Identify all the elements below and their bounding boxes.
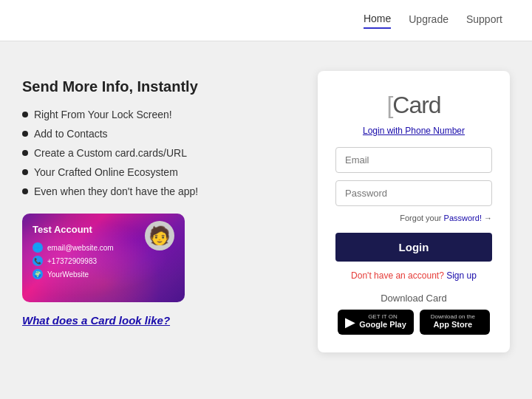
google-play-button[interactable]: ▶ GET IT ON Google Play — [338, 310, 414, 335]
forgot-password-section: Forgot your Password! → — [335, 214, 492, 222]
main-heading: Send More Info, Instantly — [22, 78, 296, 95]
google-play-icon: ▶ — [345, 314, 355, 330]
nav-upgrade[interactable]: Upgrade — [409, 13, 449, 28]
card-email: 🌐 email@website.com — [33, 242, 174, 253]
app-store-button[interactable]: Download on the App Store — [420, 310, 490, 335]
list-item: Even when they don't have the app! — [22, 185, 296, 197]
globe-icon: 🌍 — [33, 269, 43, 279]
list-item: Add to Contacts — [22, 128, 296, 140]
google-play-name: Google Play — [359, 320, 406, 330]
forgot-password-link[interactable]: Password! — [444, 214, 482, 222]
card-logo: [Card — [335, 92, 492, 119]
list-item: Right From Your Lock Screen! — [22, 109, 296, 120]
forgot-arrow: → — [484, 214, 492, 222]
what-card-link[interactable]: What does a Card look like? — [22, 314, 170, 327]
nav-home[interactable]: Home — [364, 13, 391, 29]
google-play-sub: GET IT ON — [359, 314, 406, 320]
email-input[interactable] — [335, 147, 492, 173]
forgot-prefix: Forgot your — [400, 214, 443, 222]
features-list: Right From Your Lock Screen! Add to Cont… — [22, 109, 296, 197]
main-content: Send More Info, Instantly Right From You… — [0, 41, 532, 375]
left-panel: Send More Info, Instantly Right From You… — [22, 71, 296, 352]
bullet-icon — [22, 188, 28, 194]
app-store-sub: Download on the — [431, 314, 475, 320]
password-input[interactable] — [335, 180, 492, 206]
card-info: 🌐 email@website.com 📞 +17372909983 🌍 You… — [33, 242, 174, 279]
phone-login-section: Login with Phone Number — [335, 123, 492, 137]
card-website: 🌍 YourWebsite — [33, 269, 174, 279]
nav: Home Upgrade Support — [364, 13, 502, 29]
phone-login-link[interactable]: Login with Phone Number — [363, 126, 465, 136]
login-card: [Card Login with Phone Number Forgot you… — [318, 71, 510, 352]
download-section: Download Card ▶ GET IT ON Google Play Do… — [335, 293, 492, 335]
store-buttons: ▶ GET IT ON Google Play Download on the … — [335, 310, 492, 335]
list-item: Create a Custom card.cards/URL — [22, 147, 296, 159]
no-account-section: Don't have an account? Sign up — [335, 270, 492, 281]
bullet-icon — [22, 112, 28, 117]
login-button[interactable]: Login — [335, 233, 492, 262]
bullet-icon — [22, 150, 28, 156]
email-field-group — [335, 147, 492, 173]
header: Home Upgrade Support — [0, 0, 532, 41]
signup-link[interactable]: Sign up — [446, 270, 477, 281]
card-preview: Test Account 🧑 🌐 email@website.com 📞 +17… — [22, 214, 185, 302]
download-label: Download Card — [335, 293, 492, 304]
bullet-icon — [22, 169, 28, 175]
app-store-name: App Store — [431, 320, 475, 330]
card-phone: 📞 +17372909983 — [33, 256, 174, 266]
logo-text: Card — [392, 92, 440, 118]
bullet-icon — [22, 131, 28, 137]
web-icon: 🌐 — [33, 242, 43, 253]
phone-icon: 📞 — [33, 256, 43, 266]
password-field-group — [335, 180, 492, 206]
no-account-text: Don't have an account? — [351, 270, 444, 281]
list-item: Your Crafted Online Ecosystem — [22, 166, 296, 178]
nav-support[interactable]: Support — [466, 13, 502, 28]
